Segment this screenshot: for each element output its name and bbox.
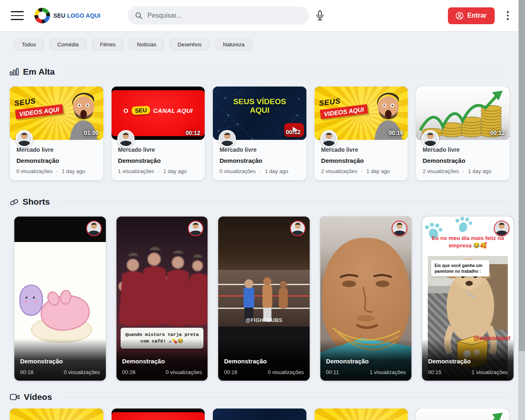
short-meta: Demonstração 00:26 0 visualizações xyxy=(116,339,208,381)
channel-avatar[interactable] xyxy=(117,130,135,147)
short-title: Demonstração xyxy=(326,358,406,365)
channel-avatar[interactable] xyxy=(494,221,509,236)
section-divider xyxy=(64,72,509,72)
video-card: O SEU CANAL AQUI 00:12 Mercado livre Dem… xyxy=(112,87,205,180)
video-title[interactable]: Demonstração xyxy=(118,157,199,164)
shorts-grid: Demonstração 00:18 0 visualizações xyxy=(14,217,514,381)
video-title[interactable]: Demonstração xyxy=(321,157,402,164)
thumb-art xyxy=(213,409,306,420)
video-title[interactable]: Demonstração xyxy=(422,157,503,164)
video-card xyxy=(10,409,103,420)
dot-separator: · xyxy=(463,168,464,174)
search-input[interactable] xyxy=(147,12,301,19)
dot-separator: · xyxy=(361,168,363,174)
channel-avatar[interactable] xyxy=(219,130,236,147)
video-card: SEUS VIDEOS AQUI 01:00 Mercado livre Dem… xyxy=(10,87,103,180)
signin-button[interactable]: Entrar xyxy=(448,7,494,24)
video-age: 1 day ago xyxy=(163,168,187,174)
short-title: Demonstração xyxy=(122,358,202,365)
video-stats: 0 visualizações · 1 day ago xyxy=(219,168,300,174)
hamburger-menu-icon[interactable] xyxy=(11,11,24,20)
dot-separator: · xyxy=(158,168,160,174)
short-card[interactable]: Demonstração 00:18 0 visualizações xyxy=(14,217,106,381)
dot-separator: · xyxy=(259,168,261,174)
chip-filmes[interactable]: Filmes xyxy=(92,39,123,50)
thumb-text-badge: SEU xyxy=(131,106,150,115)
short-meta: Demonstração 00:18 0 visualizações xyxy=(14,339,106,381)
view-count: 0 visualizações xyxy=(16,168,52,174)
section-title-videos: Vídeos xyxy=(24,392,52,402)
short-title: Demonstração xyxy=(428,358,508,365)
video-thumbnail[interactable] xyxy=(213,409,306,420)
duration-badge: 00:16 xyxy=(389,130,404,136)
video-card: SEUS VIDEOS AQUI 00:16 Mercado livre Dem… xyxy=(315,87,408,180)
more-options-kebab-icon[interactable] xyxy=(507,11,509,20)
duration-badge: 00:12 xyxy=(185,130,200,136)
section-header-trending: Em Alta xyxy=(10,67,509,77)
short-meta: Demonstração 00:11 1 visualizações xyxy=(320,339,412,381)
short-title: Demonstração xyxy=(20,358,100,365)
watermark: @zamorepet xyxy=(473,334,510,341)
view-count: 1 visualizações xyxy=(118,168,154,174)
voice-search-button[interactable] xyxy=(315,10,324,21)
video-title[interactable]: Demonstração xyxy=(16,157,97,164)
scrollbar-thumb[interactable] xyxy=(519,0,525,351)
short-card[interactable]: Demonstração 00:11 1 visualizações xyxy=(320,217,412,381)
channel-avatar[interactable] xyxy=(290,221,306,236)
channel-avatar[interactable] xyxy=(16,130,33,147)
short-meta: Demonstração 00:16 0 visualizações xyxy=(218,339,310,381)
shorts-icon xyxy=(10,197,18,206)
video-thumbnail[interactable] xyxy=(315,409,408,420)
video-camera-icon xyxy=(10,393,20,401)
chip-noticias[interactable]: Notícias xyxy=(129,39,164,50)
signin-label: Entrar xyxy=(467,12,486,19)
chip-comedia[interactable]: Comédia xyxy=(50,39,87,50)
short-card[interactable]: @FIGHTDUBS Demonstração 00:16 0 visualiz… xyxy=(218,217,310,381)
short-duration: 00:16 xyxy=(224,369,237,375)
chip-todos[interactable]: Todos xyxy=(14,39,44,50)
video-card xyxy=(315,409,408,420)
short-meta: Demonstração 00:15 1 visualizações xyxy=(422,339,514,381)
duration-badge: 00:12 xyxy=(286,129,301,135)
trending-grid: SEUS VIDEOS AQUI 01:00 Mercado livre Dem… xyxy=(10,87,509,180)
section-divider xyxy=(62,397,509,397)
video-card: 00:12 Mercado livre Demonstração 2 visua… xyxy=(416,87,509,180)
short-duration: 00:26 xyxy=(122,369,136,375)
duration-badge: 01:00 xyxy=(84,130,99,136)
logo-text: SEU LOGO AQUI xyxy=(53,12,100,19)
video-title[interactable]: Demonstração xyxy=(219,157,300,164)
channel-avatar[interactable] xyxy=(86,221,102,236)
search-bar[interactable] xyxy=(128,7,309,25)
bar-chart-icon xyxy=(10,68,19,76)
short-duration: 00:15 xyxy=(428,369,441,375)
videos-grid xyxy=(10,409,509,420)
short-card[interactable]: Quando misturo tarja preta com café! ☕💊😂… xyxy=(116,217,208,381)
video-age: 1 day ago xyxy=(62,168,85,174)
channel-name[interactable]: Mercado livre xyxy=(118,146,199,153)
video-card xyxy=(112,409,205,420)
channel-name[interactable]: Mercado livre xyxy=(321,146,402,153)
chip-desenhos[interactable]: Desenhos xyxy=(170,39,210,50)
channel-name[interactable]: Mercado livre xyxy=(422,146,503,153)
short-duration: 00:18 xyxy=(20,369,34,375)
section-header-shorts: Shorts xyxy=(10,197,509,207)
chip-natureza[interactable]: Natureza xyxy=(215,39,253,50)
video-card xyxy=(213,409,306,420)
thumb-text: O xyxy=(123,107,128,114)
section-header-videos: Vídeos xyxy=(10,392,509,402)
channel-name[interactable]: Mercado livre xyxy=(16,146,97,153)
scrollbar-track[interactable] xyxy=(518,0,525,420)
short-card[interactable]: Eu no meu dia mais feliz na empresa 😂🥰 xyxy=(422,217,514,381)
thumb-art xyxy=(315,409,408,420)
view-count: 2 visualizações xyxy=(422,168,459,174)
channel-avatar[interactable] xyxy=(188,221,203,236)
short-views: 0 visualizações xyxy=(268,369,304,375)
video-thumbnail[interactable] xyxy=(416,409,509,420)
channel-name[interactable]: Mercado livre xyxy=(219,146,300,153)
video-thumbnail[interactable] xyxy=(10,409,103,420)
short-title: Demonstração xyxy=(224,358,304,365)
logo[interactable]: SEU LOGO AQUI xyxy=(34,8,100,23)
video-thumbnail[interactable] xyxy=(112,409,205,420)
video-stats: 2 visualizações · 1 day ago xyxy=(321,168,402,174)
channel-avatar[interactable] xyxy=(320,130,338,147)
